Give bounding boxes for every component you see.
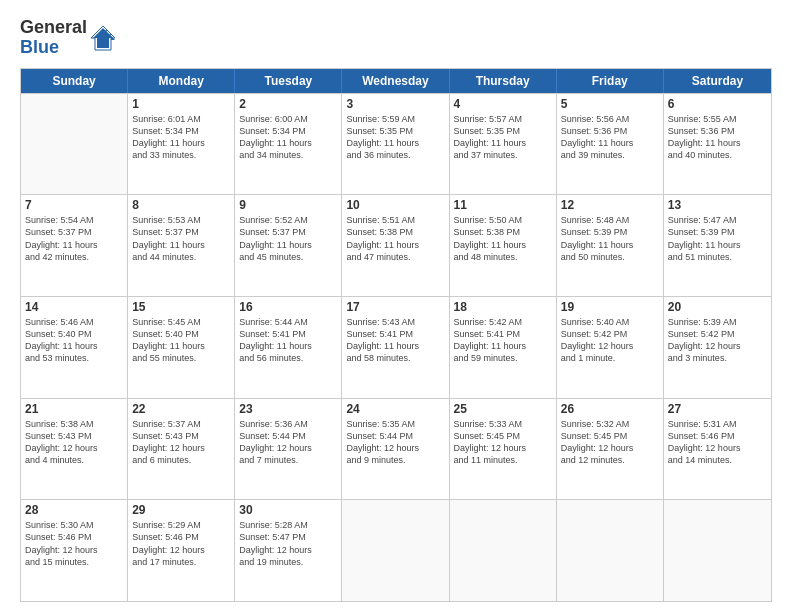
day-number: 21 bbox=[25, 402, 123, 416]
day-number: 16 bbox=[239, 300, 337, 314]
cell-daylight-info: Sunrise: 5:37 AM Sunset: 5:43 PM Dayligh… bbox=[132, 418, 230, 467]
cell-daylight-info: Sunrise: 5:59 AM Sunset: 5:35 PM Dayligh… bbox=[346, 113, 444, 162]
calendar-body: 1Sunrise: 6:01 AM Sunset: 5:34 PM Daylig… bbox=[21, 93, 771, 601]
cell-daylight-info: Sunrise: 5:40 AM Sunset: 5:42 PM Dayligh… bbox=[561, 316, 659, 365]
calendar-cell-2: 2Sunrise: 6:00 AM Sunset: 5:34 PM Daylig… bbox=[235, 94, 342, 195]
day-number: 3 bbox=[346, 97, 444, 111]
day-number: 8 bbox=[132, 198, 230, 212]
calendar-cell-15: 15Sunrise: 5:45 AM Sunset: 5:40 PM Dayli… bbox=[128, 297, 235, 398]
weekday-header-monday: Monday bbox=[128, 69, 235, 93]
day-number: 1 bbox=[132, 97, 230, 111]
day-number: 26 bbox=[561, 402, 659, 416]
calendar-cell-empty bbox=[450, 500, 557, 601]
cell-daylight-info: Sunrise: 5:53 AM Sunset: 5:37 PM Dayligh… bbox=[132, 214, 230, 263]
calendar-cell-12: 12Sunrise: 5:48 AM Sunset: 5:39 PM Dayli… bbox=[557, 195, 664, 296]
day-number: 29 bbox=[132, 503, 230, 517]
calendar-cell-23: 23Sunrise: 5:36 AM Sunset: 5:44 PM Dayli… bbox=[235, 399, 342, 500]
calendar-cell-13: 13Sunrise: 5:47 AM Sunset: 5:39 PM Dayli… bbox=[664, 195, 771, 296]
calendar-cell-29: 29Sunrise: 5:29 AM Sunset: 5:46 PM Dayli… bbox=[128, 500, 235, 601]
cell-daylight-info: Sunrise: 5:56 AM Sunset: 5:36 PM Dayligh… bbox=[561, 113, 659, 162]
day-number: 18 bbox=[454, 300, 552, 314]
day-number: 19 bbox=[561, 300, 659, 314]
calendar-cell-11: 11Sunrise: 5:50 AM Sunset: 5:38 PM Dayli… bbox=[450, 195, 557, 296]
cell-daylight-info: Sunrise: 5:30 AM Sunset: 5:46 PM Dayligh… bbox=[25, 519, 123, 568]
calendar-cell-3: 3Sunrise: 5:59 AM Sunset: 5:35 PM Daylig… bbox=[342, 94, 449, 195]
cell-daylight-info: Sunrise: 5:57 AM Sunset: 5:35 PM Dayligh… bbox=[454, 113, 552, 162]
calendar: SundayMondayTuesdayWednesdayThursdayFrid… bbox=[20, 68, 772, 602]
cell-daylight-info: Sunrise: 5:48 AM Sunset: 5:39 PM Dayligh… bbox=[561, 214, 659, 263]
calendar-cell-9: 9Sunrise: 5:52 AM Sunset: 5:37 PM Daylig… bbox=[235, 195, 342, 296]
calendar-cell-26: 26Sunrise: 5:32 AM Sunset: 5:45 PM Dayli… bbox=[557, 399, 664, 500]
calendar-cell-21: 21Sunrise: 5:38 AM Sunset: 5:43 PM Dayli… bbox=[21, 399, 128, 500]
day-number: 12 bbox=[561, 198, 659, 212]
cell-daylight-info: Sunrise: 5:45 AM Sunset: 5:40 PM Dayligh… bbox=[132, 316, 230, 365]
page-header: General Blue bbox=[20, 18, 772, 58]
calendar-cell-empty bbox=[21, 94, 128, 195]
day-number: 4 bbox=[454, 97, 552, 111]
weekday-header-tuesday: Tuesday bbox=[235, 69, 342, 93]
day-number: 17 bbox=[346, 300, 444, 314]
day-number: 22 bbox=[132, 402, 230, 416]
calendar-cell-25: 25Sunrise: 5:33 AM Sunset: 5:45 PM Dayli… bbox=[450, 399, 557, 500]
calendar-cell-20: 20Sunrise: 5:39 AM Sunset: 5:42 PM Dayli… bbox=[664, 297, 771, 398]
calendar-cell-empty bbox=[664, 500, 771, 601]
day-number: 20 bbox=[668, 300, 767, 314]
calendar-header: SundayMondayTuesdayWednesdayThursdayFrid… bbox=[21, 69, 771, 93]
calendar-row-1: 1Sunrise: 6:01 AM Sunset: 5:34 PM Daylig… bbox=[21, 93, 771, 195]
calendar-cell-22: 22Sunrise: 5:37 AM Sunset: 5:43 PM Dayli… bbox=[128, 399, 235, 500]
day-number: 6 bbox=[668, 97, 767, 111]
calendar-row-3: 14Sunrise: 5:46 AM Sunset: 5:40 PM Dayli… bbox=[21, 296, 771, 398]
day-number: 14 bbox=[25, 300, 123, 314]
day-number: 5 bbox=[561, 97, 659, 111]
cell-daylight-info: Sunrise: 5:29 AM Sunset: 5:46 PM Dayligh… bbox=[132, 519, 230, 568]
calendar-cell-16: 16Sunrise: 5:44 AM Sunset: 5:41 PM Dayli… bbox=[235, 297, 342, 398]
cell-daylight-info: Sunrise: 5:46 AM Sunset: 5:40 PM Dayligh… bbox=[25, 316, 123, 365]
weekday-header-friday: Friday bbox=[557, 69, 664, 93]
logo-icon bbox=[89, 24, 117, 52]
calendar-row-4: 21Sunrise: 5:38 AM Sunset: 5:43 PM Dayli… bbox=[21, 398, 771, 500]
cell-daylight-info: Sunrise: 5:28 AM Sunset: 5:47 PM Dayligh… bbox=[239, 519, 337, 568]
cell-daylight-info: Sunrise: 5:35 AM Sunset: 5:44 PM Dayligh… bbox=[346, 418, 444, 467]
calendar-cell-14: 14Sunrise: 5:46 AM Sunset: 5:40 PM Dayli… bbox=[21, 297, 128, 398]
day-number: 7 bbox=[25, 198, 123, 212]
calendar-cell-19: 19Sunrise: 5:40 AM Sunset: 5:42 PM Dayli… bbox=[557, 297, 664, 398]
calendar-cell-8: 8Sunrise: 5:53 AM Sunset: 5:37 PM Daylig… bbox=[128, 195, 235, 296]
day-number: 13 bbox=[668, 198, 767, 212]
day-number: 9 bbox=[239, 198, 337, 212]
cell-daylight-info: Sunrise: 5:39 AM Sunset: 5:42 PM Dayligh… bbox=[668, 316, 767, 365]
day-number: 11 bbox=[454, 198, 552, 212]
calendar-cell-30: 30Sunrise: 5:28 AM Sunset: 5:47 PM Dayli… bbox=[235, 500, 342, 601]
cell-daylight-info: Sunrise: 6:00 AM Sunset: 5:34 PM Dayligh… bbox=[239, 113, 337, 162]
day-number: 23 bbox=[239, 402, 337, 416]
calendar-cell-28: 28Sunrise: 5:30 AM Sunset: 5:46 PM Dayli… bbox=[21, 500, 128, 601]
day-number: 27 bbox=[668, 402, 767, 416]
cell-daylight-info: Sunrise: 5:33 AM Sunset: 5:45 PM Dayligh… bbox=[454, 418, 552, 467]
logo: General Blue bbox=[20, 18, 117, 58]
cell-daylight-info: Sunrise: 5:38 AM Sunset: 5:43 PM Dayligh… bbox=[25, 418, 123, 467]
cell-daylight-info: Sunrise: 5:43 AM Sunset: 5:41 PM Dayligh… bbox=[346, 316, 444, 365]
weekday-header-thursday: Thursday bbox=[450, 69, 557, 93]
day-number: 10 bbox=[346, 198, 444, 212]
day-number: 30 bbox=[239, 503, 337, 517]
day-number: 15 bbox=[132, 300, 230, 314]
cell-daylight-info: Sunrise: 5:55 AM Sunset: 5:36 PM Dayligh… bbox=[668, 113, 767, 162]
cell-daylight-info: Sunrise: 5:54 AM Sunset: 5:37 PM Dayligh… bbox=[25, 214, 123, 263]
cell-daylight-info: Sunrise: 5:50 AM Sunset: 5:38 PM Dayligh… bbox=[454, 214, 552, 263]
day-number: 25 bbox=[454, 402, 552, 416]
cell-daylight-info: Sunrise: 5:51 AM Sunset: 5:38 PM Dayligh… bbox=[346, 214, 444, 263]
cell-daylight-info: Sunrise: 5:32 AM Sunset: 5:45 PM Dayligh… bbox=[561, 418, 659, 467]
calendar-cell-1: 1Sunrise: 6:01 AM Sunset: 5:34 PM Daylig… bbox=[128, 94, 235, 195]
cell-daylight-info: Sunrise: 5:31 AM Sunset: 5:46 PM Dayligh… bbox=[668, 418, 767, 467]
calendar-cell-18: 18Sunrise: 5:42 AM Sunset: 5:41 PM Dayli… bbox=[450, 297, 557, 398]
svg-marker-0 bbox=[93, 28, 113, 48]
calendar-cell-6: 6Sunrise: 5:55 AM Sunset: 5:36 PM Daylig… bbox=[664, 94, 771, 195]
calendar-cell-24: 24Sunrise: 5:35 AM Sunset: 5:44 PM Dayli… bbox=[342, 399, 449, 500]
calendar-cell-10: 10Sunrise: 5:51 AM Sunset: 5:38 PM Dayli… bbox=[342, 195, 449, 296]
weekday-header-sunday: Sunday bbox=[21, 69, 128, 93]
day-number: 2 bbox=[239, 97, 337, 111]
calendar-cell-empty bbox=[557, 500, 664, 601]
cell-daylight-info: Sunrise: 5:36 AM Sunset: 5:44 PM Dayligh… bbox=[239, 418, 337, 467]
cell-daylight-info: Sunrise: 6:01 AM Sunset: 5:34 PM Dayligh… bbox=[132, 113, 230, 162]
calendar-cell-empty bbox=[342, 500, 449, 601]
weekday-header-saturday: Saturday bbox=[664, 69, 771, 93]
